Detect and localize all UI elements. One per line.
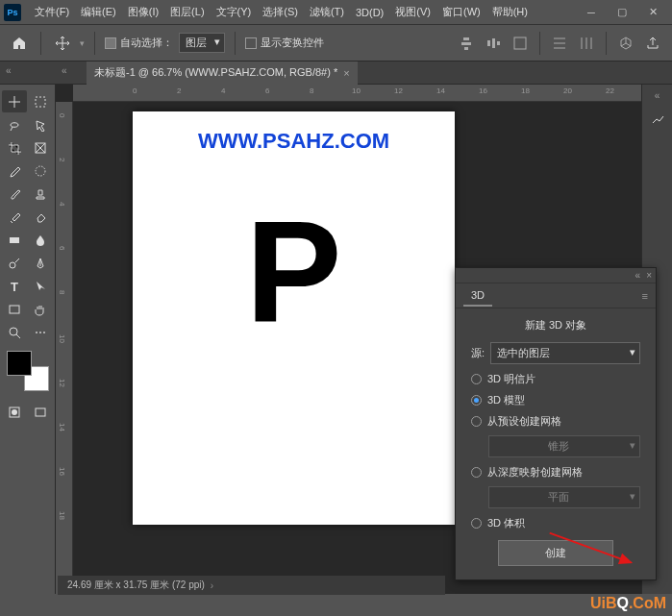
svg-rect-17: [36, 408, 45, 416]
quick-mask-icon[interactable]: [4, 401, 26, 423]
share-icon[interactable]: [641, 32, 664, 55]
panel-close-icon[interactable]: ×: [646, 270, 652, 281]
expand-left-icon[interactable]: «: [6, 65, 12, 76]
source-label: 源:: [471, 346, 485, 360]
svg-rect-1: [461, 42, 471, 45]
text-tool[interactable]: T: [2, 275, 27, 297]
menu-layer[interactable]: 图层(L): [164, 2, 210, 22]
text-layer-p: P: [245, 188, 341, 355]
source-select[interactable]: 选中的图层: [490, 342, 640, 364]
document-tabs: « « 未标题-1 @ 66.7% (WWW.PSAHZ.COM, RGB/8#…: [0, 62, 672, 85]
svg-rect-3: [487, 40, 490, 46]
color-swatches[interactable]: [7, 351, 49, 391]
panel-menu-icon[interactable]: ≡: [642, 290, 648, 302]
menu-filter[interactable]: 滤镜(T): [304, 2, 350, 22]
gradient-tool[interactable]: [2, 229, 27, 251]
history-brush-tool[interactable]: [2, 206, 27, 228]
svg-text:T: T: [11, 280, 18, 293]
stamp-tool[interactable]: [28, 183, 53, 205]
close-button[interactable]: ✕: [637, 2, 668, 23]
auto-select-target[interactable]: 图层: [179, 33, 225, 53]
quick-select-tool[interactable]: [28, 113, 53, 136]
maximize-button[interactable]: ▢: [607, 2, 637, 23]
window-controls: ─ ▢ ✕: [576, 2, 668, 23]
eraser-tool[interactable]: [28, 206, 53, 228]
show-transform-checkbox[interactable]: 显示变换控件: [245, 36, 324, 50]
blur-tool[interactable]: [28, 229, 53, 251]
ruler-vertical: 024681012141618: [56, 102, 73, 594]
move-tool-icon[interactable]: [51, 32, 74, 55]
options-bar: ▾ 自动选择： 图层 显示变换控件: [0, 25, 672, 62]
dodge-tool[interactable]: [2, 252, 27, 274]
document-canvas[interactable]: WWW.PSAHZ.COM P: [133, 111, 455, 525]
menu-select[interactable]: 选择(S): [257, 2, 304, 22]
document-title: 未标题-1 @ 66.7% (WWW.PSAHZ.COM, RGB/8#) *: [94, 65, 337, 80]
auto-select-checkbox[interactable]: 自动选择：: [105, 36, 173, 50]
tools-panel: T ⋯: [0, 85, 56, 594]
crop-tool[interactable]: [2, 136, 27, 159]
svg-rect-0: [463, 37, 469, 40]
panel-icon[interactable]: [645, 107, 670, 129]
svg-rect-10: [10, 237, 19, 243]
expand-panels-icon[interactable]: «: [655, 90, 660, 101]
heal-tool[interactable]: [28, 160, 53, 182]
pen-tool[interactable]: [28, 252, 53, 274]
tab-close-icon[interactable]: ×: [343, 67, 349, 79]
svg-rect-5: [497, 41, 500, 45]
status-chevron-icon[interactable]: ›: [211, 580, 213, 591]
path-select-tool[interactable]: [28, 275, 53, 297]
radio-3d-model[interactable]: 3D 模型: [471, 393, 640, 407]
radio-3d-volume[interactable]: 3D 体积: [471, 516, 640, 530]
svg-rect-6: [514, 37, 526, 49]
watermark-text: WWW.PSAHZ.COM: [198, 129, 389, 154]
foreground-color[interactable]: [7, 351, 32, 376]
document-tab[interactable]: 未标题-1 @ 66.7% (WWW.PSAHZ.COM, RGB/8#) * …: [87, 62, 358, 85]
menu-3d[interactable]: 3D(D): [350, 4, 389, 21]
menu-help[interactable]: 帮助(H): [486, 2, 534, 22]
minimize-button[interactable]: ─: [576, 2, 607, 23]
move-tool[interactable]: [2, 90, 27, 112]
panel-tab-3d[interactable]: 3D: [463, 285, 492, 307]
menu-file[interactable]: 文件(F): [29, 2, 75, 22]
ps-logo: Ps: [4, 4, 21, 21]
dist-icon-1[interactable]: [548, 32, 571, 55]
menu-view[interactable]: 视图(V): [389, 2, 436, 22]
menu-window[interactable]: 窗口(W): [436, 2, 486, 22]
home-icon[interactable]: [8, 32, 31, 55]
svg-point-9: [36, 166, 45, 176]
zoom-tool[interactable]: [2, 321, 27, 343]
eyedropper-tool[interactable]: [2, 160, 27, 182]
lasso-tool[interactable]: [2, 113, 27, 136]
svg-rect-4: [492, 38, 495, 48]
panel-collapse-icon[interactable]: «: [635, 270, 641, 281]
dist-icon-2[interactable]: [575, 32, 598, 55]
hand-tool[interactable]: [28, 298, 53, 320]
3d-mode-icon[interactable]: [614, 32, 637, 55]
preset-mesh-select: 锥形: [488, 435, 640, 457]
menu-type[interactable]: 文字(Y): [211, 2, 258, 22]
menu-edit[interactable]: 编辑(E): [75, 2, 122, 22]
shape-tool[interactable]: [2, 298, 27, 320]
brush-tool[interactable]: [2, 183, 27, 205]
ruler-horizontal: 024681012141618202224: [73, 85, 641, 102]
radio-3d-postcard[interactable]: 3D 明信片: [471, 372, 640, 386]
marquee-tool[interactable]: [28, 90, 53, 112]
screen-mode-icon[interactable]: [30, 401, 52, 423]
panel-section-title: 新建 3D 对象: [471, 318, 640, 333]
radio-preset-mesh[interactable]: 从预设创建网格: [471, 414, 640, 429]
align-icon-1[interactable]: [455, 32, 478, 55]
status-dimensions: 24.69 厘米 x 31.75 厘米 (72 ppi): [67, 579, 205, 592]
expand-left2-icon[interactable]: «: [62, 65, 67, 76]
align-icon-2[interactable]: [482, 32, 505, 55]
radio-depth-mesh[interactable]: 从深度映射创建网格: [471, 465, 640, 480]
create-button[interactable]: 创建: [498, 540, 613, 566]
align-icon-3[interactable]: [509, 32, 532, 55]
menu-image[interactable]: 图像(I): [122, 2, 164, 22]
status-bar: 24.69 厘米 x 31.75 厘米 (72 ppi) ›: [58, 576, 445, 595]
footer-watermark: UiBQ.CoM: [590, 595, 666, 612]
edit-toolbar[interactable]: ⋯: [28, 321, 53, 343]
svg-point-14: [10, 328, 17, 335]
frame-tool[interactable]: [28, 136, 53, 159]
svg-rect-13: [10, 306, 19, 313]
svg-rect-2: [464, 47, 468, 50]
